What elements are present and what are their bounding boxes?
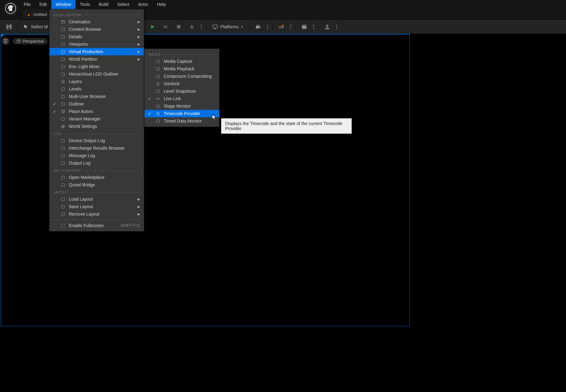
submenu-arrow-icon: ▶ — [138, 57, 140, 61]
section-line — [64, 134, 141, 134]
sequencer-icon[interactable] — [275, 21, 287, 33]
settings-icon[interactable] — [252, 21, 264, 33]
submenu-arrow-icon: ▶ — [138, 212, 140, 216]
perspective-label: Perspective — [23, 39, 44, 44]
menubar-item-file[interactable]: File — [19, 0, 35, 9]
menubar-item-build[interactable]: Build — [94, 0, 113, 9]
document-tab[interactable]: ▲ Untitled — [22, 10, 51, 19]
window-menu-item-levels[interactable]: Levels — [50, 85, 144, 93]
menu-section-header: LAYOUT — [50, 189, 144, 195]
menu-item-label: Quixel Bridge — [69, 182, 140, 187]
perspective-dropdown[interactable]: Perspective — [13, 38, 48, 44]
window-menu-item-device-output-log[interactable]: Device Output Log — [50, 137, 144, 144]
submenu-arrow-icon: ▶ — [138, 205, 140, 209]
submenu-item-live-link[interactable]: ✓Live Link — [144, 95, 219, 102]
msg-icon — [60, 153, 66, 158]
viewport-options-button[interactable] — [2, 37, 10, 45]
submenu-item-media-playback[interactable]: Media Playback — [144, 65, 219, 72]
cinematics-icon[interactable] — [298, 21, 310, 33]
folder-icon — [60, 26, 66, 32]
timed-icon — [155, 118, 161, 124]
window-menu-item-variant-manager[interactable]: Variant Manager — [50, 115, 144, 123]
stop-button[interactable] — [173, 21, 185, 33]
svg-point-12 — [282, 25, 284, 27]
menu-section-header: MEDIA — [144, 51, 219, 58]
window-menu-item-load-layout[interactable]: Load Layout▶ — [50, 195, 144, 203]
submenu-item-composure-compositing[interactable]: Composure Compositing — [144, 72, 219, 80]
window-menu-item-save-layout[interactable]: Save Layout▶ — [50, 203, 144, 210]
window-menu: LEVEL EDITORCinematics▶Content Browser▶D… — [49, 9, 144, 231]
menubar-item-tools[interactable]: Tools — [75, 0, 94, 9]
select-mode-dropdown[interactable]: Select M — [20, 21, 51, 33]
submenu-item-level-snapshots[interactable]: Level Snapshots — [144, 87, 219, 95]
window-menu-item-layers[interactable]: Layers — [50, 78, 144, 85]
more-options-icon[interactable] — [288, 25, 293, 29]
menubar-item-window[interactable]: Window — [51, 0, 76, 9]
window-menu-item-interchange-results-browser[interactable]: Interchange Results Browser — [50, 144, 144, 152]
check-icon: ✓ — [52, 109, 57, 114]
window-menu-item-enable-fullscreen[interactable]: Enable FullscreenSHIFT+F11 — [50, 222, 144, 229]
save-button[interactable] — [3, 21, 15, 33]
submenu-item-timed-data-monitor[interactable]: Timed Data Monitor — [144, 117, 219, 125]
menubar-item-select[interactable]: Select — [113, 0, 134, 9]
platforms-dropdown[interactable]: Platforms ▼ — [209, 21, 247, 33]
window-menu-item-world-partition[interactable]: World Partition▶ — [50, 55, 144, 63]
submenu-item-media-capture[interactable]: Media Capture — [144, 58, 219, 65]
svg-rect-23 — [61, 50, 64, 53]
grid-icon — [60, 41, 66, 47]
window-menu-item-cinematics[interactable]: Cinematics▶ — [50, 18, 144, 26]
window-menu-item-output-log[interactable]: Output Log — [50, 159, 144, 167]
svg-rect-36 — [61, 176, 64, 179]
shortcut-label: SHIFT+F11 — [121, 223, 140, 228]
menubar-item-edit[interactable]: Edit — [35, 0, 51, 9]
cube-icon — [60, 109, 66, 114]
fullscreen-icon — [60, 223, 66, 228]
check-icon: ✓ — [147, 96, 152, 101]
submenu-item-stage-monitor[interactable]: Stage Monitor — [144, 102, 219, 110]
window-menu-item-message-log[interactable]: Message Log — [50, 152, 144, 159]
clock-icon — [155, 111, 161, 116]
section-title: MEDIA — [148, 53, 161, 56]
window-menu-item-place-actors[interactable]: ✓Place Actors — [50, 108, 144, 115]
submenu-item-genlock[interactable]: Genlock — [144, 80, 219, 87]
levels-icon — [60, 86, 66, 92]
menubar-item-help[interactable]: Help — [153, 0, 170, 9]
eject-button[interactable] — [186, 21, 198, 33]
submenu-arrow-icon: ▶ — [138, 27, 140, 31]
menu-item-label: Stage Monitor — [164, 104, 215, 109]
menubar-item-actor[interactable]: Actor — [134, 0, 153, 9]
svg-point-14 — [326, 25, 328, 27]
window-menu-item-open-marketplace[interactable]: Open Marketplace — [50, 174, 144, 181]
window-menu-item-viewports[interactable]: Viewports▶ — [50, 40, 144, 48]
play-options-icon[interactable] — [199, 25, 204, 29]
play-button[interactable] — [147, 21, 158, 33]
svg-rect-8 — [214, 29, 216, 29]
window-menu-item-content-browser[interactable]: Content Browser▶ — [50, 26, 144, 33]
window-menu-item-env-light-mixer[interactable]: Env. Light Mixer — [50, 63, 144, 70]
play-icon — [155, 66, 161, 72]
window-menu-item-multi-user-browser[interactable]: Multi-User Browser — [50, 93, 144, 100]
more-options-icon[interactable] — [311, 25, 316, 29]
window-menu-item-quixel-bridge[interactable]: Quixel Bridge — [50, 181, 144, 189]
svg-rect-37 — [61, 184, 64, 186]
menu-item-label: Level Snapshots — [164, 89, 215, 94]
window-menu-item-virtual-production[interactable]: Virtual Production▶ — [50, 48, 144, 55]
window-menu-item-hierarchical-lod-outliner[interactable]: Hierarchical LOD Outliner — [50, 70, 144, 78]
window-menu-item-remove-layout[interactable]: Remove Layout▶ — [50, 210, 144, 218]
menu-item-label: Save Layout — [69, 204, 130, 209]
svg-rect-30 — [61, 118, 64, 120]
layers-icon — [60, 79, 66, 84]
unreal-logo[interactable] — [3, 1, 18, 16]
window-menu-item-outliner[interactable]: ✓Outliner — [50, 100, 144, 108]
svg-rect-21 — [61, 35, 64, 38]
more-options-icon[interactable] — [334, 25, 339, 29]
svg-rect-5 — [177, 25, 181, 29]
window-menu-item-details[interactable]: Details▶ — [50, 33, 144, 40]
step-button[interactable] — [160, 21, 172, 33]
menu-item-label: Cinematics — [69, 19, 130, 24]
window-menu-item-world-settings[interactable]: World Settings — [50, 123, 144, 130]
submenu-item-timecode-provider[interactable]: ✓Timecode Provider — [144, 110, 219, 117]
svg-rect-38 — [61, 198, 64, 201]
more-options-icon[interactable] — [265, 25, 270, 29]
user-icon[interactable] — [321, 21, 333, 33]
